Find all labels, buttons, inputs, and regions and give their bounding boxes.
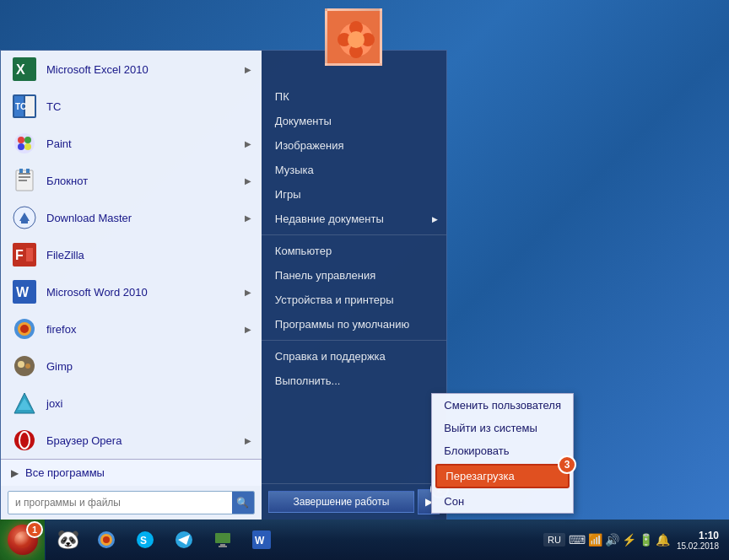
shutdown-arrow-button[interactable]: ▶ 2 Сменить пользователя Выйти из систем… — [418, 489, 440, 514]
music-label: Музыка — [275, 164, 314, 176]
svg-point-30 — [25, 363, 30, 369]
firefox-label: firefox — [46, 323, 236, 336]
right-item-run[interactable]: Выполнить... — [262, 369, 446, 393]
paint-icon — [11, 130, 38, 157]
right-item-music[interactable]: Музыка — [262, 158, 446, 182]
all-programs-label: Все программы — [25, 466, 105, 479]
filezilla-icon: F — [11, 241, 38, 268]
right-item-docs[interactable]: Документы — [262, 109, 446, 133]
svg-text:TC: TC — [15, 102, 26, 111]
images-label: Изображения — [275, 139, 344, 152]
taskbar-monitor[interactable] — [204, 523, 241, 557]
start-button[interactable]: 1 — [0, 520, 46, 560]
notepad-label: Блокнот — [46, 175, 236, 187]
svg-point-10 — [24, 143, 31, 150]
right-item-computer[interactable]: Компьютер — [262, 239, 446, 263]
computer-label: Компьютер — [275, 245, 332, 257]
search-button[interactable]: 🔍 — [232, 492, 254, 514]
opera-label: Браузер Opera — [46, 434, 236, 447]
ctx-switch-user[interactable]: Сменить пользователя — [432, 394, 573, 417]
search-input[interactable] — [8, 493, 232, 512]
opera-icon — [11, 427, 38, 454]
run-label: Выполнить... — [275, 374, 341, 387]
docs-label: Документы — [275, 115, 332, 127]
svg-rect-19 — [21, 221, 28, 223]
language-indicator[interactable]: RU — [543, 533, 565, 547]
svg-rect-49 — [215, 533, 230, 543]
ctx-sleep[interactable]: Сон — [432, 490, 573, 513]
taskbar-skype[interactable]: S — [127, 523, 164, 557]
right-item-games[interactable]: Игры — [262, 182, 446, 207]
all-programs-item[interactable]: ▶ Все программы — [1, 460, 262, 486]
search-bar: 🔍 — [8, 491, 255, 514]
filezilla-label: FileZilla — [46, 249, 251, 261]
right-item-images[interactable]: Изображения — [262, 133, 446, 158]
ctx-logout[interactable]: Выйти из системы — [432, 417, 573, 439]
svg-rect-51 — [219, 546, 227, 547]
gimp-label: Gimp — [46, 360, 251, 373]
taskbar-panda[interactable]: 🐼 — [49, 523, 86, 557]
svg-text:X: X — [16, 62, 25, 77]
app-item-opera[interactable]: Браузер Opera ▶ — [1, 422, 262, 459]
joxi-icon — [11, 390, 38, 417]
dm-arrow: ▶ — [245, 213, 251, 223]
tray-icon-2: 📶 — [588, 533, 602, 547]
devices-label: Устройства и принтеры — [275, 293, 394, 306]
svg-rect-16 — [26, 169, 30, 173]
tc-icon: TC — [11, 93, 38, 120]
svg-rect-4 — [25, 96, 35, 116]
ctx-restart[interactable]: Перезагрузка 3 — [435, 464, 570, 488]
control-label: Панель управления — [275, 269, 375, 282]
defaults-label: Программы по умолчанию — [275, 318, 409, 331]
right-item-help[interactable]: Справка и поддержка — [262, 344, 446, 369]
app-item-dm[interactable]: Download Master ▶ — [1, 199, 262, 236]
dm-icon — [11, 204, 38, 231]
word-icon: W — [11, 278, 38, 305]
shutdown-button[interactable]: Завершение работы — [268, 491, 414, 513]
right-item-control[interactable]: Панель управления — [262, 263, 446, 288]
restart-badge: 3 — [558, 455, 576, 474]
right-item-devices[interactable]: Устройства и принтеры — [262, 288, 446, 312]
tc-label: ТС — [46, 100, 251, 113]
word-label: Microsoft Word 2010 — [46, 286, 236, 299]
app-item-filezilla[interactable]: F FileZilla — [1, 236, 262, 273]
right-item-defaults[interactable]: Программы по умолчанию — [262, 312, 446, 337]
svg-text:F: F — [15, 248, 24, 262]
app-item-paint[interactable]: Paint ▶ — [1, 125, 262, 162]
pk-label: ПК — [275, 90, 289, 103]
svg-point-9 — [18, 143, 24, 150]
svg-text:S: S — [140, 535, 147, 547]
svg-point-33 — [14, 430, 35, 450]
svg-point-28 — [14, 356, 35, 376]
app-item-notepad[interactable]: Блокнот ▶ — [1, 162, 262, 199]
notepad-arrow: ▶ — [245, 176, 251, 186]
tray-icons: ⌨ 📶 🔊 ⚡ 🔋 🔔 — [569, 533, 670, 547]
paint-arrow: ▶ — [245, 139, 251, 148]
taskbar-word[interactable]: W — [243, 523, 280, 557]
app-item-joxi[interactable]: joxi — [1, 385, 262, 422]
right-item-pk[interactable]: ПК — [262, 84, 446, 109]
opera-arrow: ▶ — [245, 436, 251, 445]
svg-rect-15 — [19, 169, 23, 173]
taskbar-telegram[interactable] — [165, 523, 202, 557]
taskbar-apps: 🐼 S — [46, 520, 284, 560]
user-avatar — [325, 8, 382, 66]
app-item-word[interactable]: W Microsoft Word 2010 ▶ — [1, 273, 262, 310]
restart-label: Перезагрузка — [446, 470, 514, 482]
recent-label: Недавние документы — [275, 213, 384, 225]
taskbar-firefox[interactable] — [88, 523, 125, 557]
clock: 1:10 15.02.2018 — [673, 530, 722, 551]
right-divider-2 — [262, 340, 446, 341]
ctx-lock[interactable]: Блокировать — [432, 439, 573, 462]
start-badge: 1 — [26, 521, 43, 538]
app-item-tc[interactable]: TC ТС — [1, 88, 262, 125]
app-item-gimp[interactable]: Gimp — [1, 347, 262, 385]
right-item-recent[interactable]: Недавние документы — [262, 207, 446, 231]
app-item-firefox[interactable]: firefox ▶ — [1, 310, 262, 347]
svg-rect-14 — [19, 180, 27, 181]
start-menu-left: X Microsoft Excel 2010 ▶ TC — [1, 51, 262, 520]
app-item-excel[interactable]: X Microsoft Excel 2010 ▶ — [1, 51, 262, 88]
tray-icon-1: ⌨ — [569, 533, 586, 547]
games-label: Игры — [275, 188, 301, 201]
svg-point-29 — [18, 361, 24, 368]
